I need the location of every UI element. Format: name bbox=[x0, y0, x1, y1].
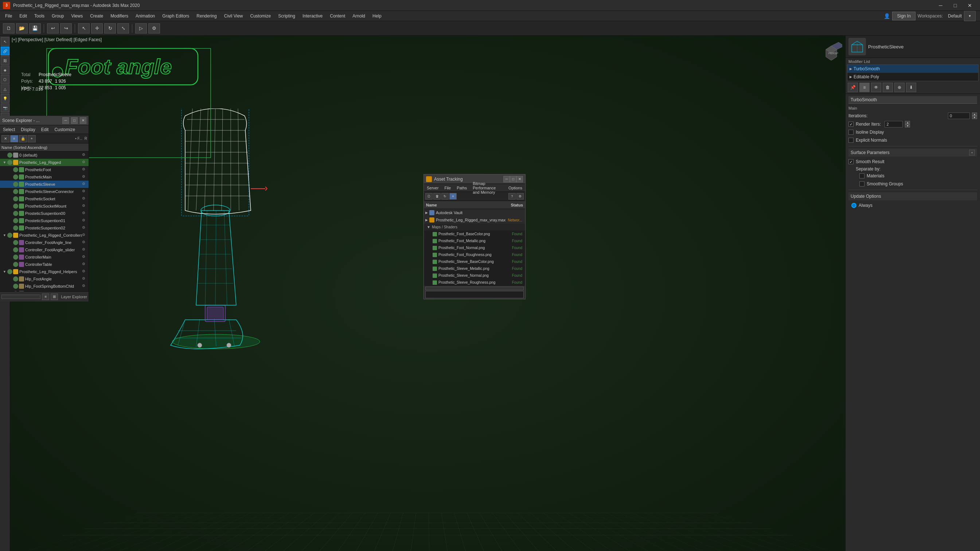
scene-tb-add[interactable]: + bbox=[28, 135, 36, 142]
menu-customize[interactable]: Customize bbox=[247, 12, 275, 20]
scene-menu-select[interactable]: Select bbox=[0, 126, 18, 133]
menu-group[interactable]: Group bbox=[48, 12, 67, 20]
scene-scrollbar-h[interactable] bbox=[2, 295, 40, 299]
at-item-foot-normal[interactable]: Prosthetic_Foot_Normal.png Found bbox=[424, 245, 525, 251]
mod-paste-button[interactable]: ⬇ bbox=[906, 83, 916, 92]
eye-7[interactable] bbox=[13, 203, 18, 209]
tool-select[interactable]: ↖ bbox=[1, 37, 10, 46]
maximize-button[interactable]: □ bbox=[948, 0, 963, 11]
menu-modifiers[interactable]: Modifiers bbox=[107, 12, 132, 20]
always-radio[interactable] bbox=[851, 203, 856, 208]
tool-geo[interactable]: ⬡ bbox=[1, 75, 10, 84]
tool-light[interactable]: 💡 bbox=[1, 94, 10, 103]
menu-content[interactable]: Content bbox=[326, 12, 349, 20]
eye-15[interactable] bbox=[13, 262, 18, 267]
scene-item-4[interactable]: ProstheticSleeve⚙ bbox=[0, 181, 89, 188]
eye-18[interactable] bbox=[13, 284, 18, 289]
scene-explorer-minimize[interactable]: ─ bbox=[62, 117, 69, 124]
menu-help[interactable]: Help bbox=[369, 12, 385, 20]
menu-graph-editors[interactable]: Graph Editors bbox=[159, 12, 193, 20]
menu-file[interactable]: File bbox=[2, 12, 16, 20]
modifier-editable-poly[interactable]: ▶ Editable Poly bbox=[847, 73, 978, 81]
toolbar-undo[interactable]: ↩ bbox=[47, 23, 59, 33]
render-iters-down[interactable]: ▼ bbox=[905, 124, 910, 127]
eye-8[interactable] bbox=[13, 211, 18, 216]
at-menu-file[interactable]: File bbox=[441, 185, 454, 191]
scene-tb-x[interactable]: ✕ bbox=[2, 135, 10, 142]
at-tb-filter[interactable]: ≡ bbox=[449, 193, 457, 200]
eye-9[interactable] bbox=[13, 218, 18, 223]
scene-item-17[interactable]: Hlp_FootAngle⚙ bbox=[0, 275, 89, 283]
explicit-normals-checkbox[interactable] bbox=[848, 138, 854, 143]
tool-link[interactable]: 🔗 bbox=[1, 47, 10, 56]
at-tb-settings[interactable]: ⚙ bbox=[516, 193, 524, 200]
eye-1[interactable] bbox=[7, 160, 13, 165]
at-scrollbar-h[interactable] bbox=[425, 287, 524, 290]
menu-animation[interactable]: Animation bbox=[132, 12, 159, 20]
mod-stack-button[interactable]: ≡ bbox=[859, 83, 870, 92]
eye-12[interactable] bbox=[13, 240, 18, 245]
scene-menu-display[interactable]: Display bbox=[18, 126, 38, 133]
at-section-maxfile[interactable]: ▶ Prosthetic_Leg_Rigged_max_vray.max Net… bbox=[424, 216, 525, 224]
mod-delete-button[interactable]: 🗑 bbox=[883, 83, 893, 92]
menu-edit[interactable]: Edit bbox=[16, 12, 30, 20]
toolbar-redo[interactable]: ↪ bbox=[60, 23, 72, 33]
scene-item-9[interactable]: ProsteticSuspention01⚙ bbox=[0, 217, 89, 224]
scene-layer-icon1[interactable]: ≡ bbox=[42, 294, 49, 300]
eye-17[interactable] bbox=[13, 276, 18, 281]
scene-item-2[interactable]: ProstheticFoot⚙ bbox=[0, 166, 89, 173]
tool-bind[interactable]: ◈ bbox=[1, 65, 10, 74]
iterations-down[interactable]: ▼ bbox=[972, 116, 977, 119]
menu-views[interactable]: Views bbox=[67, 12, 86, 20]
menu-create[interactable]: Create bbox=[86, 12, 107, 20]
at-tb-delete[interactable]: 🗑 bbox=[433, 193, 441, 200]
workspace-dropdown[interactable]: ▼ bbox=[964, 11, 976, 21]
toolbar-render[interactable]: ▷ bbox=[135, 23, 147, 33]
at-menu-server[interactable]: Server bbox=[424, 185, 441, 191]
smooth-result-checkbox[interactable] bbox=[848, 159, 854, 164]
at-item-foot-roughness[interactable]: Prosthetic_Foot_Roughness.png Found bbox=[424, 251, 525, 258]
scene-item-15[interactable]: ControllerTable⚙ bbox=[0, 261, 89, 268]
render-iters-input[interactable] bbox=[885, 121, 903, 127]
isoline-checkbox[interactable] bbox=[848, 130, 854, 135]
materials-checkbox[interactable] bbox=[859, 173, 864, 178]
eye-6[interactable] bbox=[13, 196, 18, 202]
scene-item-7[interactable]: ProstheticSocketMount⚙ bbox=[0, 202, 89, 210]
toolbar-render-setup[interactable]: ⚙ bbox=[148, 23, 160, 33]
toolbar-save[interactable]: 💾 bbox=[29, 23, 41, 33]
modifier-turbosmooth[interactable]: ▶ TurboSmooth bbox=[847, 65, 978, 73]
scene-layer-icon2[interactable]: ⊞ bbox=[51, 294, 58, 300]
sign-in-button[interactable]: Sign In bbox=[892, 12, 915, 21]
render-iters-checkbox[interactable] bbox=[848, 122, 854, 127]
scene-item-18[interactable]: Hlp_FootSpringBottomChld⚙ bbox=[0, 283, 89, 290]
scene-item-6[interactable]: ProstheticSocket⚙ bbox=[0, 195, 89, 202]
toolbar-select[interactable]: ↖ bbox=[78, 23, 90, 33]
at-menu-paths[interactable]: Paths bbox=[454, 185, 470, 191]
at-item-foot-metallic[interactable]: Prosthetic_Foot_Metallic.png Found bbox=[424, 237, 525, 245]
surface-params-toggle[interactable]: + bbox=[969, 150, 975, 156]
at-item-sleeve-normal[interactable]: Prosthetic_Sleeve_Normal.png Found bbox=[424, 272, 525, 279]
menu-interactive[interactable]: Interactive bbox=[299, 12, 326, 20]
scene-tb-lock[interactable]: 🔒 bbox=[19, 135, 27, 142]
menu-arnold[interactable]: Arnold bbox=[349, 12, 369, 20]
eye-3[interactable] bbox=[13, 175, 18, 179]
iterations-input[interactable] bbox=[948, 113, 970, 119]
at-search-input[interactable] bbox=[425, 291, 524, 298]
at-close[interactable]: ✕ bbox=[516, 176, 523, 183]
tool-camera[interactable]: 📷 bbox=[1, 103, 10, 112]
eye-0[interactable] bbox=[7, 152, 13, 158]
scene-item-14[interactable]: ControllerMain⚙ bbox=[0, 254, 89, 261]
tool-unlink[interactable]: ⛓ bbox=[1, 56, 10, 65]
scene-tb-layers[interactable]: ≡ bbox=[10, 135, 18, 142]
scene-explorer-close[interactable]: ✕ bbox=[80, 117, 86, 124]
scene-item-13[interactable]: Controller_FootAngle_slider⚙ bbox=[0, 246, 89, 254]
iterations-up[interactable]: ▲ bbox=[972, 113, 977, 116]
mod-copy-button[interactable]: ⊕ bbox=[894, 83, 905, 92]
toolbar-rotate[interactable]: ↻ bbox=[104, 23, 116, 33]
tool-shape[interactable]: △ bbox=[1, 84, 10, 93]
render-iters-up[interactable]: ▲ bbox=[905, 121, 910, 124]
smoothing-groups-checkbox[interactable] bbox=[859, 181, 864, 186]
scene-item-10[interactable]: ProsteticSuspention02⚙ bbox=[0, 224, 89, 232]
at-tb-help[interactable]: ? bbox=[508, 193, 516, 200]
toolbar-move[interactable]: ✛ bbox=[91, 23, 103, 33]
